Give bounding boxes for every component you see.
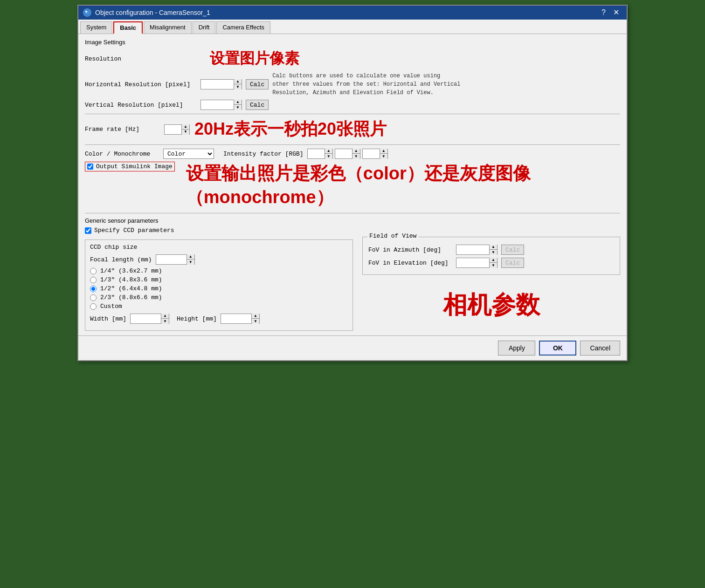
r-input[interactable]: 0.30 xyxy=(308,149,325,158)
output-simulink-checkbox[interactable] xyxy=(87,164,93,170)
color-annotation-line1: 设置输出照片是彩色（color）还是灰度图像 xyxy=(186,162,531,185)
height-up[interactable]: ▲ xyxy=(252,314,259,319)
b-up[interactable]: ▲ xyxy=(380,149,387,154)
focal-length-down[interactable]: ▼ xyxy=(187,260,194,265)
height-arrows: ▲ ▼ xyxy=(251,314,259,324)
camera-annotation-container: 相机参数 xyxy=(362,280,620,331)
ccd-fov-container: CCD chip size Focal length (mm) 50000 ▲ … xyxy=(85,237,620,331)
h-resolution-calc[interactable]: Calc xyxy=(246,79,269,89)
help-button[interactable]: ? xyxy=(599,9,608,16)
v-resolution-down[interactable]: ▼ xyxy=(234,105,242,110)
focal-length-input[interactable]: 50000 xyxy=(156,255,187,264)
b-down[interactable]: ▼ xyxy=(380,154,387,159)
g-down[interactable]: ▼ xyxy=(352,154,360,159)
r-arrows: ▲ ▼ xyxy=(325,149,332,159)
width-up[interactable]: ▲ xyxy=(161,314,169,319)
ccd-chip-title: CCD chip size xyxy=(90,244,348,251)
camera-annotation: 相机参数 xyxy=(443,289,540,321)
frame-rate-input[interactable]: 20 xyxy=(165,125,181,134)
b-arrows: ▲ ▼ xyxy=(380,149,387,159)
specify-ccd-checkbox[interactable] xyxy=(85,227,91,234)
radio-third-input[interactable] xyxy=(90,277,97,283)
width-spinbox[interactable]: 2.50000 ▲ ▼ xyxy=(130,314,169,324)
b-input[interactable]: 0.11 xyxy=(363,149,380,158)
radio-half: 1/2" (6.4x4.8 mm) xyxy=(90,285,348,292)
frame-rate-row: Frame rate [Hz] 20 ▲ ▼ 20Hz表示一秒拍20张照片 xyxy=(85,118,620,141)
ok-button[interactable]: OK xyxy=(539,341,576,356)
radio-two-thirds-input[interactable] xyxy=(90,294,97,301)
v-resolution-up[interactable]: ▲ xyxy=(234,100,242,105)
frame-rate-down[interactable]: ▼ xyxy=(182,130,189,135)
h-resolution-arrows: ▲ ▼ xyxy=(234,79,242,89)
radio-half-label: 1/2" (6.4x4.8 mm) xyxy=(100,285,162,292)
specify-ccd-label: Specify CCD parameters xyxy=(94,227,174,234)
color-select[interactable]: Color Monochrome xyxy=(163,149,214,159)
h-resolution-spinbox[interactable]: 320 ▲ ▼ xyxy=(200,79,242,89)
close-button[interactable]: ✕ xyxy=(610,9,622,16)
fov-azimuth-up[interactable]: ▲ xyxy=(490,245,497,250)
frame-rate-label: Frame rate [Hz] xyxy=(85,126,159,133)
apply-button[interactable]: Apply xyxy=(498,341,535,356)
g-input[interactable]: 0.59 xyxy=(335,149,352,158)
app-icon xyxy=(83,8,91,17)
fov-elevation-down[interactable]: ▼ xyxy=(490,263,497,268)
width-label: Width [mm] xyxy=(90,315,126,322)
focal-length-spinbox[interactable]: 50000 ▲ ▼ xyxy=(156,254,195,265)
radio-quarter: 1/4" (3.6x2.7 mm) xyxy=(90,267,348,274)
width-down[interactable]: ▼ xyxy=(161,319,169,324)
width-input[interactable]: 2.50000 xyxy=(131,314,161,323)
r-spinbox[interactable]: 0.30 ▲ ▼ xyxy=(307,149,333,159)
frame-rate-up[interactable]: ▲ xyxy=(182,124,189,130)
height-down[interactable]: ▼ xyxy=(252,319,259,324)
radio-custom-input[interactable] xyxy=(90,303,97,310)
fov-elevation-calc: Calc xyxy=(501,258,524,268)
g-spinbox[interactable]: 0.59 ▲ ▼ xyxy=(335,149,360,159)
v-resolution-spinbox[interactable]: 240 ▲ ▼ xyxy=(200,100,242,110)
intensity-label: Intensity factor [RGB] xyxy=(223,150,304,157)
v-resolution-calc[interactable]: Calc xyxy=(246,100,269,110)
tab-basic[interactable]: Basic xyxy=(113,21,143,34)
radio-custom: Custom xyxy=(90,303,348,310)
fov-azimuth-input[interactable]: 46.21265 xyxy=(456,245,489,254)
height-spinbox[interactable]: 2.50000 ▲ ▼ xyxy=(221,314,260,324)
radio-quarter-input[interactable] xyxy=(90,268,97,274)
h-resolution-input[interactable]: 320 xyxy=(201,80,234,89)
content-area: Image Settings Resolution 设置图片像素 Horizon… xyxy=(78,34,627,335)
fov-azimuth-calc: Calc xyxy=(501,245,524,255)
h-resolution-up[interactable]: ▲ xyxy=(234,79,242,84)
height-input[interactable]: 2.50000 xyxy=(221,314,251,323)
output-simulink-container: Output Simulink Image xyxy=(85,162,175,171)
svg-point-0 xyxy=(84,10,90,15)
tab-system[interactable]: System xyxy=(80,21,112,34)
radio-third-label: 1/3" (4.8x3.6 mm) xyxy=(100,276,162,283)
cancel-button[interactable]: Cancel xyxy=(580,341,620,356)
fov-elevation-spinbox[interactable]: 35.48935 ▲ ▼ xyxy=(456,258,498,268)
focal-length-up[interactable]: ▲ xyxy=(187,254,194,260)
radio-quarter-label: 1/4" (3.6x2.7 mm) xyxy=(100,267,162,274)
r-up[interactable]: ▲ xyxy=(325,149,332,154)
radio-third: 1/3" (4.8x3.6 mm) xyxy=(90,276,348,283)
fov-azimuth-spinbox[interactable]: 46.21265 ▲ ▼ xyxy=(456,245,498,255)
radio-two-thirds: 2/3" (8.8x6.6 mm) xyxy=(90,294,348,301)
frame-rate-arrows: ▲ ▼ xyxy=(181,124,189,135)
ccd-panel: CCD chip size Focal length (mm) 50000 ▲ … xyxy=(85,239,353,331)
radio-half-input[interactable] xyxy=(90,286,97,292)
v-resolution-input[interactable]: 240 xyxy=(201,100,234,109)
tab-misalignment[interactable]: Misalignment xyxy=(144,21,192,34)
fov-azimuth-row: FoV in Azimuth [deg] 46.21265 ▲ ▼ Calc xyxy=(368,245,614,255)
tab-drift[interactable]: Drift xyxy=(193,21,216,34)
tab-bar: System Basic Misalignment Drift Camera E… xyxy=(78,20,627,34)
b-spinbox[interactable]: 0.11 ▲ ▼ xyxy=(362,149,388,159)
fov-panel: Field of View FoV in Azimuth [deg] 46.21… xyxy=(362,237,620,275)
fov-elevation-input[interactable]: 35.48935 xyxy=(456,258,489,267)
annotation-pixels: 设置图片像素 xyxy=(210,48,299,69)
frame-rate-spinbox[interactable]: 20 ▲ ▼ xyxy=(164,124,190,135)
focal-length-arrows: ▲ ▼ xyxy=(187,254,194,265)
fov-elevation-up[interactable]: ▲ xyxy=(490,258,497,263)
tab-camera-effects[interactable]: Camera Effects xyxy=(216,21,270,34)
svg-point-1 xyxy=(85,11,87,13)
h-resolution-down[interactable]: ▼ xyxy=(234,84,242,89)
r-down[interactable]: ▼ xyxy=(325,154,332,159)
fov-azimuth-down[interactable]: ▼ xyxy=(490,250,497,255)
g-up[interactable]: ▲ xyxy=(352,149,360,154)
